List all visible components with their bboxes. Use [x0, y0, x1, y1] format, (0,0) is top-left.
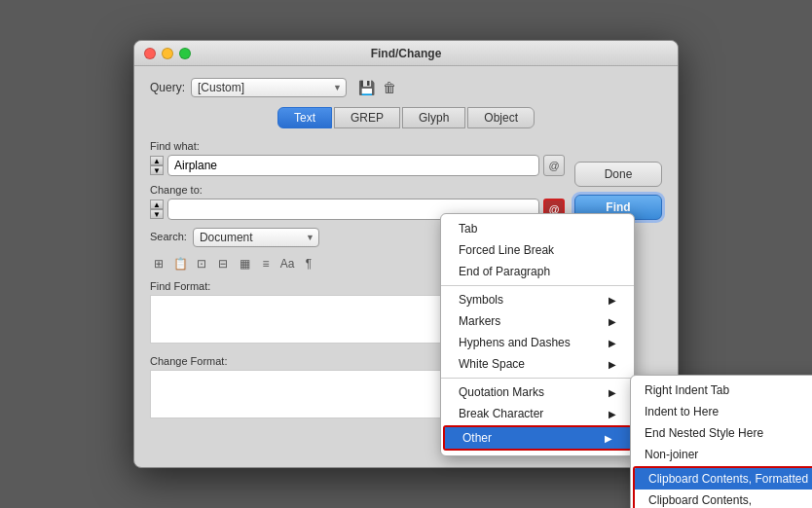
tab-glyph[interactable]: Glyph: [402, 107, 465, 128]
markers-arrow-icon: ▶: [609, 316, 616, 327]
query-select-wrapper[interactable]: [Custom]: [191, 78, 347, 97]
context-menu: Tab Forced Line Break End of Paragraph S…: [440, 213, 635, 456]
change-to-stepper[interactable]: ▲ ▼: [150, 200, 164, 219]
sub-menu-item-clipboard-formatted[interactable]: Clipboard Contents, Formatted: [635, 468, 812, 490]
hyphens-arrow-icon: ▶: [609, 338, 616, 348]
menu-sep-1: [441, 285, 634, 286]
window-controls: [144, 48, 191, 59]
find-what-label: Find what:: [150, 140, 565, 152]
query-icons: 💾 🗑: [356, 78, 399, 97]
find-stepper-down[interactable]: ▼: [150, 165, 164, 175]
menu-item-symbols-label: Symbols: [459, 293, 503, 307]
menu-item-forced-line-break-label: Forced Line Break: [459, 243, 554, 257]
toolbar-icon-7[interactable]: Aa: [278, 255, 296, 272]
save-query-button[interactable]: 💾: [356, 78, 376, 97]
menu-item-break-character-label: Break Character: [459, 407, 543, 420]
window-title: Find/Change: [371, 47, 442, 60]
find-what-stepper[interactable]: ▲ ▼: [150, 156, 164, 175]
sub-menu-item-end-nested[interactable]: End Nested Style Here: [631, 422, 812, 444]
sub-menu-item-right-indent-tab[interactable]: Right Indent Tab: [631, 380, 812, 401]
sub-menu-item-non-joiner[interactable]: Non-joiner: [631, 444, 812, 465]
tab-text[interactable]: Text: [277, 107, 332, 128]
menu-item-tab-label: Tab: [459, 222, 477, 236]
menu-item-symbols[interactable]: Symbols ▶: [441, 289, 634, 310]
clipboard-group: Clipboard Contents, Formatted Clipboard …: [633, 466, 812, 508]
menu-item-hyphens-label: Hyphens and Dashes: [459, 336, 571, 349]
toolbar-icon-4[interactable]: ⊟: [214, 255, 232, 272]
close-button[interactable]: [144, 48, 156, 59]
toolbar-icon-5[interactable]: ▦: [236, 255, 253, 272]
change-stepper-up[interactable]: ▲: [150, 200, 164, 209]
tab-grep[interactable]: GREP: [334, 107, 400, 128]
find-what-input[interactable]: Airplane: [167, 155, 539, 176]
menu-item-other[interactable]: Other ▶: [445, 427, 630, 449]
menu-item-forced-line-break[interactable]: Forced Line Break: [441, 239, 634, 261]
menu-item-quotation-marks-label: Quotation Marks: [459, 385, 544, 399]
search-select-wrapper[interactable]: Document: [193, 228, 319, 247]
menu-item-end-of-paragraph-label: End of Paragraph: [459, 265, 550, 278]
menu-item-white-space[interactable]: White Space ▶: [441, 353, 634, 375]
sub-menu-item-indent-to-here[interactable]: Indent to Here: [631, 401, 812, 422]
titlebar: Find/Change: [134, 41, 678, 66]
break-arrow-icon: ▶: [609, 409, 616, 419]
minimize-button[interactable]: [162, 48, 173, 59]
menu-item-hyphens[interactable]: Hyphens and Dashes ▶: [441, 332, 634, 353]
query-row: Query: [Custom] 💾 🗑: [150, 78, 662, 97]
menu-item-end-of-paragraph[interactable]: End of Paragraph: [441, 261, 634, 282]
menu-sep-2: [441, 378, 634, 379]
delete-query-button[interactable]: 🗑: [380, 78, 399, 97]
change-to-label: Change to:: [150, 184, 565, 196]
find-what-row: ▲ ▼ Airplane @: [150, 155, 565, 176]
search-label: Search:: [150, 231, 187, 242]
menu-item-break-character[interactable]: Break Character ▶: [441, 403, 634, 424]
find-stepper-up[interactable]: ▲: [150, 156, 164, 165]
find-what-group: Find what: ▲ ▼ Airplane @: [150, 140, 565, 176]
menu-item-tab[interactable]: Tab: [441, 218, 634, 239]
toolbar-icon-8[interactable]: ¶: [300, 255, 317, 272]
query-label: Query:: [150, 81, 185, 94]
maximize-button[interactable]: [179, 48, 191, 59]
menu-item-quotation-marks[interactable]: Quotation Marks ▶: [441, 381, 634, 403]
menu-item-other-label: Other: [462, 431, 492, 445]
other-arrow-icon: ▶: [605, 433, 612, 444]
toolbar-icon-1[interactable]: ⊞: [150, 255, 167, 272]
quotation-arrow-icon: ▶: [609, 387, 616, 398]
toolbar-icon-2[interactable]: 📋: [171, 255, 189, 272]
toolbar-icon-3[interactable]: ⊡: [193, 255, 210, 272]
tabs-row: Text GREP Glyph Object: [150, 107, 662, 128]
find-at-button[interactable]: @: [543, 155, 565, 176]
menu-item-white-space-label: White Space: [459, 357, 525, 371]
tab-object[interactable]: Object: [467, 107, 535, 128]
query-select[interactable]: [Custom]: [191, 78, 347, 97]
change-stepper-down[interactable]: ▼: [150, 209, 164, 219]
sub-menu: Right Indent Tab Indent to Here End Nest…: [630, 375, 812, 508]
done-button[interactable]: Done: [574, 162, 662, 187]
other-item-wrapper: Other ▶: [443, 425, 632, 451]
search-select[interactable]: Document: [193, 228, 319, 247]
toolbar-icon-6[interactable]: ≡: [257, 255, 275, 272]
symbols-arrow-icon: ▶: [609, 295, 616, 306]
white-space-arrow-icon: ▶: [609, 359, 616, 370]
menu-item-markers-label: Markers: [459, 314, 500, 328]
menu-item-markers[interactable]: Markers ▶: [441, 310, 634, 332]
sub-menu-item-clipboard-unformatted[interactable]: Clipboard Contents, Unformatted: [635, 490, 812, 508]
